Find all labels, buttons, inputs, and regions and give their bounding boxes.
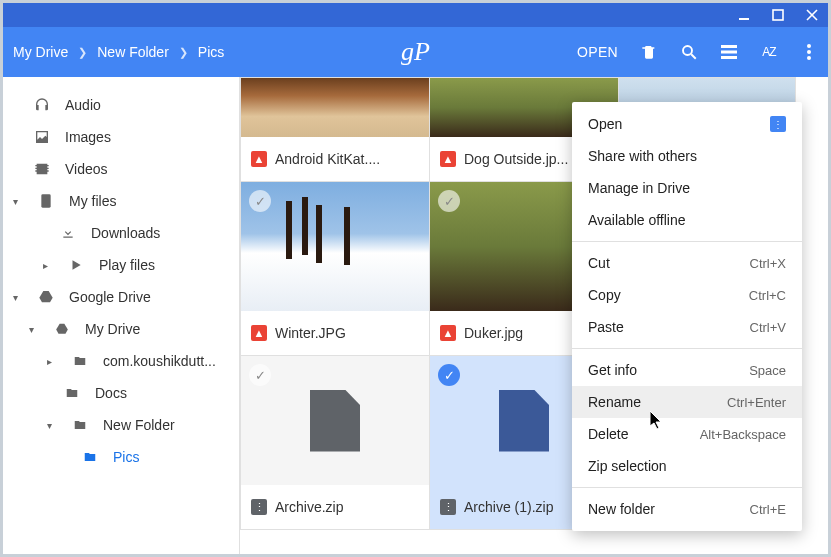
file-tile[interactable]: ✓ ⋮Archive.zip [240,355,430,530]
sidebar-item-play-files[interactable]: ▸Play files [3,249,239,281]
menu-item-delete[interactable]: DeleteAlt+Backspace [572,418,802,450]
image-file-icon: ▲ [440,325,456,341]
file-tile[interactable]: ▲Android KitKat.... [240,77,430,182]
sidebar-item-downloads[interactable]: Downloads [3,217,239,249]
file-name: Duker.jpg [464,325,523,341]
check-badge-icon[interactable]: ✓ [438,190,460,212]
device-icon [37,193,55,209]
maximize-button[interactable] [768,5,788,25]
more-icon[interactable] [800,43,818,61]
file-tile[interactable]: ✓ ▲Winter.JPG [240,181,430,356]
document-icon [499,390,549,452]
svg-point-11 [807,56,811,60]
file-label-row: ▲Android KitKat.... [241,137,429,181]
drive-icon [53,322,71,336]
sidebar-item-my-files[interactable]: ▾My files [3,185,239,217]
sidebar-label: Downloads [91,225,160,241]
sidebar-label: Videos [65,161,108,177]
window-titlebar [3,3,828,27]
sidebar-item-audio[interactable]: Audio [3,89,239,121]
sidebar-item-docs[interactable]: Docs [3,377,239,409]
folder-icon [63,386,81,400]
delete-icon[interactable] [640,43,658,61]
menu-item-share[interactable]: Share with others [572,140,802,172]
menu-item-open[interactable]: Open⋮ [572,108,802,140]
chevron-right-icon: ❯ [179,46,188,59]
check-badge-icon[interactable]: ✓ [249,364,271,386]
svg-point-4 [683,46,692,55]
app-window: My Drive ❯ New Folder ❯ Pics gP OPEN AZ … [0,0,831,557]
check-badge-icon[interactable]: ✓ [249,190,271,212]
search-icon[interactable] [680,43,698,61]
chevron-down-icon: ▾ [47,420,57,431]
image-file-icon: ▲ [251,325,267,341]
chevron-down-icon: ▾ [13,292,23,303]
app-logo: gP [401,37,430,67]
file-name: Dog Outside.jp... [464,151,568,167]
menu-item-cut[interactable]: CutCtrl+X [572,247,802,279]
headphones-icon [33,97,51,113]
menu-item-zip-selection[interactable]: Zip selection [572,450,802,482]
file-label-row: ⋮Archive.zip [241,485,429,529]
sidebar-label: Play files [99,257,155,273]
breadcrumb-item[interactable]: New Folder [97,44,169,60]
folder-icon [71,354,89,368]
sidebar-label: Google Drive [69,289,151,305]
minimize-button[interactable] [734,5,754,25]
close-button[interactable] [802,5,822,25]
header-actions: OPEN AZ [577,43,818,61]
svg-line-5 [691,54,696,59]
sidebar-label: Pics [113,449,139,465]
file-label-row: ▲Winter.JPG [241,311,429,355]
breadcrumb-item[interactable]: My Drive [13,44,68,60]
sidebar-item-new-folder[interactable]: ▾New Folder [3,409,239,441]
app-header: My Drive ❯ New Folder ❯ Pics gP OPEN AZ [3,27,828,77]
image-icon [33,129,51,145]
sidebar-label: New Folder [103,417,175,433]
pin-icon: ⋮ [770,116,786,132]
zip-file-icon: ⋮ [251,499,267,515]
open-button[interactable]: OPEN [577,44,618,60]
file-thumbnail: ✓ [241,182,429,311]
menu-item-manage[interactable]: Manage in Drive [572,172,802,204]
svg-rect-12 [41,194,50,207]
file-name: Archive (1).zip [464,499,553,515]
breadcrumb: My Drive ❯ New Folder ❯ Pics [13,44,224,60]
sidebar-label: com.koushikdutt... [103,353,216,369]
file-thumbnail: ✓ [241,356,429,485]
menu-item-rename[interactable]: RenameCtrl+Enter [572,386,802,418]
cursor-icon [650,411,666,431]
sidebar-label: My files [69,193,116,209]
check-badge-icon[interactable]: ✓ [438,364,460,386]
chevron-down-icon: ▾ [13,196,23,207]
chevron-right-icon: ▸ [47,356,57,367]
sidebar-label: Docs [95,385,127,401]
menu-item-paste[interactable]: PasteCtrl+V [572,311,802,343]
context-menu: Open⋮ Share with others Manage in Drive … [572,102,802,531]
file-name: Archive.zip [275,499,343,515]
breadcrumb-item[interactable]: Pics [198,44,224,60]
menu-item-new-folder[interactable]: New folderCtrl+E [572,493,802,525]
drive-icon [37,289,55,305]
sidebar: Audio Images Videos ▾My files Downloads … [3,77,240,554]
svg-rect-1 [773,10,783,20]
menu-item-info[interactable]: Get infoSpace [572,354,802,386]
sidebar-item-pics[interactable]: Pics [3,441,239,473]
sort-button[interactable]: AZ [760,43,778,61]
sidebar-item-images[interactable]: Images [3,121,239,153]
chevron-right-icon: ❯ [78,46,87,59]
download-icon [59,226,77,240]
view-list-icon[interactable] [720,43,738,61]
svg-rect-7 [721,51,737,54]
menu-item-copy[interactable]: CopyCtrl+C [572,279,802,311]
zip-file-icon: ⋮ [440,499,456,515]
document-icon [310,390,360,452]
sidebar-item-koushik[interactable]: ▸com.koushikdutt... [3,345,239,377]
sidebar-item-videos[interactable]: Videos [3,153,239,185]
file-name: Winter.JPG [275,325,346,341]
sidebar-item-my-drive[interactable]: ▾My Drive [3,313,239,345]
menu-item-offline[interactable]: Available offline [572,204,802,236]
svg-rect-8 [721,56,737,59]
svg-point-10 [807,50,811,54]
sidebar-item-google-drive[interactable]: ▾Google Drive [3,281,239,313]
